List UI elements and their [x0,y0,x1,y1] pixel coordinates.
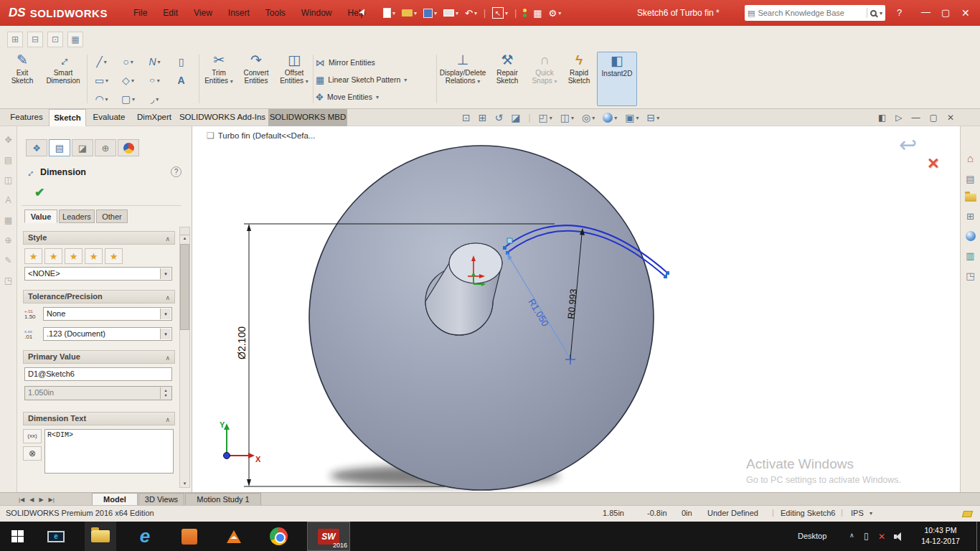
taskbar-clock[interactable]: 10:43 PM 14-12-2017 [910,525,971,547]
property-manager-tab[interactable]: ▤ [49,139,70,156]
convert-entities-button[interactable]: ↷ Convert Entities [238,52,274,106]
knowledge-base-search[interactable]: ▤ ▾ [745,5,885,21]
taskbar-vlc-button[interactable] [218,522,250,551]
rectangle-dropdown-arrow[interactable]: ▾ [105,77,108,84]
offset-entities-button[interactable]: ◫ Offset Entities ▾ [277,52,311,106]
tolerance-dropdown-arrow[interactable]: ▾ [160,309,171,319]
primary-value-section-header[interactable]: Primary Value∧ [23,350,175,364]
scroll-down-arrow[interactable]: ▾ [180,481,189,486]
circle-tool-button[interactable]: ○▾ [116,53,141,70]
confirmation-corner-sketch-icon[interactable]: ↩ [899,132,917,157]
style-favorite-3-button[interactable]: ★ [65,248,83,264]
style-favorite-1-button[interactable]: ★ [24,248,42,264]
menu-file[interactable]: File [133,8,147,18]
undo-button[interactable]: ↶▾ [465,8,477,19]
file-explorer-button[interactable] [965,194,976,202]
doc-minimize-button[interactable]: — [912,113,920,123]
menu-window[interactable]: Window [301,8,332,18]
tolerance-collapse-icon[interactable]: ∧ [165,292,170,304]
dimension-value-spinner[interactable]: 1.050in ▴▾ [24,386,172,400]
feature-manager-tab[interactable]: ❖ [26,139,47,156]
taskbar-ie-desktop-button[interactable]: e [40,522,72,551]
style-section-header[interactable]: Style∧ [23,231,175,245]
quick-snaps-button[interactable]: ∩ Quick Snaps ▾ [528,52,561,106]
save-dropdown-arrow[interactable]: ▾ [434,10,437,17]
menu-edit[interactable]: Edit [163,8,178,18]
pattern-dropdown-arrow[interactable]: ▾ [404,77,407,83]
new-dropdown-arrow[interactable]: ▾ [392,10,395,17]
print-button[interactable]: ▾ [443,9,458,17]
boss-top-face[interactable] [449,243,502,283]
display-style-arrow[interactable]: ▾ [571,115,574,121]
scrollbar-thumb[interactable] [180,244,189,330]
doc-restore-button[interactable]: ▢ [930,113,938,123]
snaps-dropdown-arrow[interactable]: ▾ [555,78,557,85]
smart-dimension-button[interactable]: ↔ Smart Dimension [42,52,85,106]
search-dropdown-arrow[interactable]: ▾ [880,10,882,17]
scroll-up-arrow[interactable]: ▴ [180,235,189,241]
previous-tab-button[interactable]: ◀ [29,496,34,503]
spin-up-arrow[interactable]: ▴ [164,388,166,393]
move-entities-button[interactable]: ✥ Move Entities ▾ [316,89,435,105]
first-tab-button[interactable]: |◀ [19,496,24,503]
doc-close-button[interactable]: ✕ [947,113,954,123]
line-tool-button[interactable]: ╱▾ [89,53,114,70]
side-icon-5[interactable]: ▦ [4,215,12,225]
tab-other[interactable]: Other [96,209,128,223]
quick-tool-2-button[interactable]: ⊟ [27,32,43,47]
exit-sketch-button[interactable]: ✎ Exit Sketch [4,52,40,106]
side-icon-6[interactable]: ⊕ [4,235,11,245]
configuration-manager-tab[interactable]: ◪ [72,139,93,156]
taskbar-file-explorer-button[interactable] [85,522,116,551]
feature-tree-breadcrumb[interactable]: Turbo fin (Default<<Defa... [218,131,316,140]
pane-right-button[interactable]: ▷ [895,113,902,123]
precision-dropdown-arrow[interactable]: ▾ [160,329,171,339]
ellipse-tool-button[interactable]: ○▾ [142,72,167,89]
trim-entities-button[interactable]: ✂ Trim Entities ▾ [202,52,236,106]
quick-tool-3-button[interactable]: ⊡ [47,32,63,47]
dimxpert-manager-tab[interactable]: ⊕ [95,139,116,156]
polygon-dropdown-arrow[interactable]: ▾ [131,77,134,84]
dimension-text-section-header[interactable]: Dimension Text∧ [23,412,175,425]
tab-dimxpert[interactable]: DimXpert [132,109,176,126]
design-library-button[interactable]: ▤ [966,174,974,184]
repair-sketch-button[interactable]: ⚒ Repair Sketch [489,52,525,106]
minimize-button[interactable]: — [921,6,930,17]
mirror-entities-button[interactable]: ⋈ Mirror Entities [316,55,435,70]
zoom-to-area-button[interactable]: ⊞ [479,112,487,123]
slot-tool-button[interactable]: ▢▾ [116,90,141,108]
zoom-to-fit-button[interactable]: ⊡ [462,112,471,123]
help-button[interactable]: ? [897,7,902,18]
scene-arrow[interactable]: ▾ [636,115,639,121]
side-icon-1[interactable]: ✥ [4,135,11,145]
rapid-sketch-button[interactable]: ϟ Rapid Sketch [562,52,595,106]
move-dropdown-arrow[interactable]: ▾ [376,94,379,100]
view-settings-button[interactable]: ⊟▾ [647,112,660,123]
ok-check-button[interactable]: ✔ [34,185,44,200]
ellipse-dropdown-arrow[interactable]: ▾ [157,77,160,84]
side-icon-2[interactable]: ▤ [4,155,12,165]
trim-dropdown-arrow[interactable]: ▾ [230,78,233,85]
tray-error-icon[interactable]: ✕ [878,532,885,542]
arc-tool-button[interactable]: ◠▾ [89,90,114,108]
rectangle-tool-button[interactable]: ▭▾ [89,72,114,89]
last-tab-button[interactable]: ▶| [49,496,55,503]
line-dropdown-arrow[interactable]: ▾ [104,59,107,65]
tray-device-icon[interactable]: ▯ [864,531,869,541]
text-tool-button[interactable]: A [169,72,194,89]
previous-view-button[interactable]: ↺ [494,112,503,123]
polygon-tool-button[interactable]: ◇▾ [116,72,141,89]
taskbar-solidworks-button[interactable]: SW 2016 [307,522,350,551]
arc-dropdown-arrow[interactable]: ▾ [105,96,108,103]
model-tab[interactable]: Model [92,493,138,506]
style-dropdown-arrow[interactable]: ▾ [160,268,171,279]
offset-dropdown-arrow[interactable]: ▾ [306,78,308,85]
side-icon-3[interactable]: ◫ [4,175,12,185]
desktop-label[interactable]: Desktop [798,532,826,540]
tab-leaders[interactable]: Leaders [59,209,95,223]
confirmation-corner-cancel-icon[interactable]: ✕ [927,155,940,172]
menu-view[interactable]: View [194,8,212,18]
solidworks-resources-button[interactable]: ⌂ [967,152,974,164]
display-style-button[interactable]: ◫▾ [560,112,574,123]
diameter-symbol-button[interactable]: ⊗ [23,446,42,461]
